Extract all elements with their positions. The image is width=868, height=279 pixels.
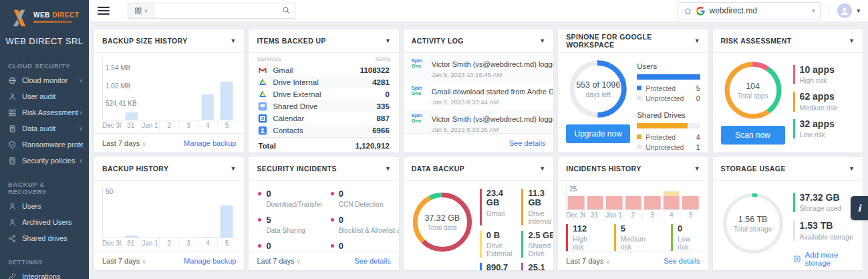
activity-time: Jan 5, 2023 10:16:45 AM — [432, 71, 545, 78]
legend-shared-drive: 2.5 GBShared Drive — [521, 231, 553, 258]
search-group: ∨ — [128, 3, 295, 19]
user-icon — [8, 202, 17, 211]
see-details-link[interactable]: See details — [509, 139, 545, 147]
logo-word-web: WEB — [33, 11, 50, 19]
card-items-backed-up: ITEMS BACKED UP▼ ServicesItems Gmail1108… — [249, 29, 398, 153]
domain-select[interactable]: webdirect.md ▾ — [678, 2, 821, 19]
table-row-gmail[interactable]: Gmail1108322 — [257, 64, 390, 76]
activity-entry[interactable]: SpinOneVictor Smith (vs@webdirect.md) lo… — [404, 109, 553, 133]
share-icon — [8, 234, 17, 243]
card-title: SPINONE FOR GOOGLE WORKSPACE — [566, 33, 694, 49]
card-menu-caret[interactable]: ▼ — [385, 165, 391, 172]
avatar[interactable] — [837, 3, 852, 18]
sidebar-item-integrations[interactable]: Integrations — [0, 268, 89, 279]
legend-calendar: 890.7 KBCalendar — [480, 263, 515, 270]
shield-check-icon — [8, 141, 17, 149]
globe-icon — [8, 76, 17, 85]
legend-gmail: 23.4 GBGmail — [480, 189, 515, 225]
col-services: Services — [257, 55, 281, 62]
search-scope-select[interactable]: ∨ — [128, 3, 154, 19]
info-button[interactable]: i — [851, 196, 868, 220]
card-menu-caret[interactable]: ▼ — [385, 37, 391, 44]
see-details-link[interactable]: See details — [664, 257, 700, 265]
card-menu-caret[interactable]: ▼ — [230, 165, 236, 172]
google-icon — [696, 7, 705, 15]
range-select[interactable]: Last 7 days ∨ — [257, 257, 301, 265]
logo-word-direct: DIRECT — [52, 11, 79, 19]
search-box — [154, 3, 295, 19]
sidebar-item-users[interactable]: Users — [0, 198, 89, 214]
items-total-value: 1,120,912 — [355, 142, 390, 150]
stat-low-risk: 0Low risk — [671, 224, 700, 251]
activity-list: SpinOneVictor Smith (vs@webdirect.md) lo… — [404, 53, 553, 133]
sidebar-item-archived-users[interactable]: Archived Users — [0, 214, 89, 230]
sidebar-item-cloud-monitor[interactable]: Cloud monitor∨ — [0, 72, 89, 88]
card-backup-size-history: BACKUP SIZE HISTORY▼ 1.54 MB1.02 MB524.4… — [94, 29, 244, 153]
search-input[interactable] — [154, 3, 295, 19]
shared-drive-icon — [258, 102, 267, 111]
card-menu-caret[interactable]: ▼ — [694, 37, 700, 44]
upgrade-now-button[interactable]: Upgrade now — [566, 124, 630, 143]
legend-swatch — [637, 134, 641, 139]
card-security-incidents: SECURITY INCIDENTS▼ 0Download/Transfer 0… — [249, 157, 398, 270]
card-storage-usage: STORAGE USAGE▼ 1.56 TBTotal storage 37.3… — [713, 157, 863, 270]
table-row-calendar[interactable]: 31Calendar887 — [257, 112, 390, 124]
chevron-down-icon: ∨ — [79, 126, 83, 132]
scan-now-button[interactable]: Scan now — [721, 126, 785, 145]
sidebar-item-ransomware-protection[interactable]: Ransomware protection — [0, 136, 89, 153]
range-select[interactable]: Last 7 days ∨ — [566, 257, 610, 265]
table-row-shared-drive[interactable]: Shared Drive335 — [257, 100, 390, 112]
spinone-icon: SpinOne — [412, 58, 428, 69]
person-icon — [839, 5, 850, 16]
sidebar-item-shared-drives[interactable]: Shared drives — [0, 230, 89, 246]
card-menu-caret[interactable]: ▼ — [539, 37, 545, 44]
range-select[interactable]: Last 7 days ∨ — [102, 139, 146, 147]
nav-section-cloud-security: CLOUD SECURITY — [0, 57, 89, 72]
table-row-contacts[interactable]: Contacts6966 — [257, 124, 390, 136]
svg-text:31: 31 — [261, 117, 265, 120]
activity-entry[interactable]: SpinOneVictor Smith (vs@webdirect.md) lo… — [404, 54, 553, 82]
sidebar-item-user-audit[interactable]: User audit — [0, 88, 89, 104]
manage-backup-link[interactable]: Manage backup — [184, 139, 236, 147]
account-menu-caret[interactable]: ▾ — [857, 7, 860, 14]
activity-entry[interactable]: SpinOneGmail download started from Andre… — [404, 82, 553, 109]
card-title: SECURITY INCIDENTS — [257, 165, 337, 173]
add-more-storage-link[interactable]: Add more storage — [793, 251, 855, 267]
home-icon — [684, 7, 692, 15]
user-icon — [8, 92, 17, 101]
card-menu-caret[interactable]: ▼ — [694, 165, 700, 172]
legend-drive-external: 0 BDrive External — [480, 231, 515, 258]
manage-backup-link[interactable]: Manage backup — [184, 257, 236, 265]
sidebar-item-risk-assessment[interactable]: Risk Assessment∨ — [0, 104, 89, 120]
spinone-icon: SpinOne — [412, 85, 428, 96]
card-spinone: SPINONE FOR GOOGLE WORKSPACE▼ 553 of 109… — [558, 29, 708, 153]
company-logo: WEB DIRECT — [0, 0, 89, 28]
nav-section-settings: SETTINGS — [0, 253, 89, 268]
dot-icon — [331, 192, 334, 195]
storage-donut: 1.56 TBTotal storage — [721, 191, 785, 256]
table-row-drive-external[interactable]: Drive External0 — [257, 88, 390, 100]
domain-value: webdirect.md — [709, 6, 807, 15]
apps-grid-icon — [134, 7, 142, 15]
risk-donut: 104Total apps — [724, 61, 782, 120]
card-title: STORAGE USAGE — [721, 165, 786, 173]
card-menu-caret[interactable]: ▼ — [539, 165, 545, 172]
range-select[interactable]: Last 7 days ∨ — [102, 257, 146, 265]
apps-grid-icon — [8, 108, 17, 117]
backup-history-chart: 50Dec 3031Jan 12345 — [94, 181, 244, 251]
sidebar-item-security-policies[interactable]: Security policies∨ — [0, 153, 89, 169]
dot-icon — [331, 244, 334, 248]
see-details-link[interactable]: See details — [354, 257, 390, 265]
incidents-legend: 112High risk 5Medium risk 0Low risk — [558, 221, 708, 251]
stat-medium-risk: 5Medium risk — [614, 224, 654, 251]
menu-button[interactable] — [98, 5, 110, 17]
card-menu-caret[interactable]: ▼ — [849, 37, 855, 44]
table-row-drive-internal[interactable]: Drive Internal4281 — [257, 76, 390, 88]
shared-drives-protection: Shared Drives Protected4 Unprotected1 — [637, 111, 700, 152]
sidebar-item-data-audit[interactable]: Data audit∨ — [0, 120, 89, 136]
legend-contacts: 25.1 MBContacts — [521, 263, 553, 270]
gmail-icon — [258, 66, 267, 75]
chevron-down-icon: ∨ — [79, 158, 83, 164]
card-menu-caret[interactable]: ▼ — [849, 165, 855, 172]
card-menu-caret[interactable]: ▼ — [230, 37, 236, 44]
